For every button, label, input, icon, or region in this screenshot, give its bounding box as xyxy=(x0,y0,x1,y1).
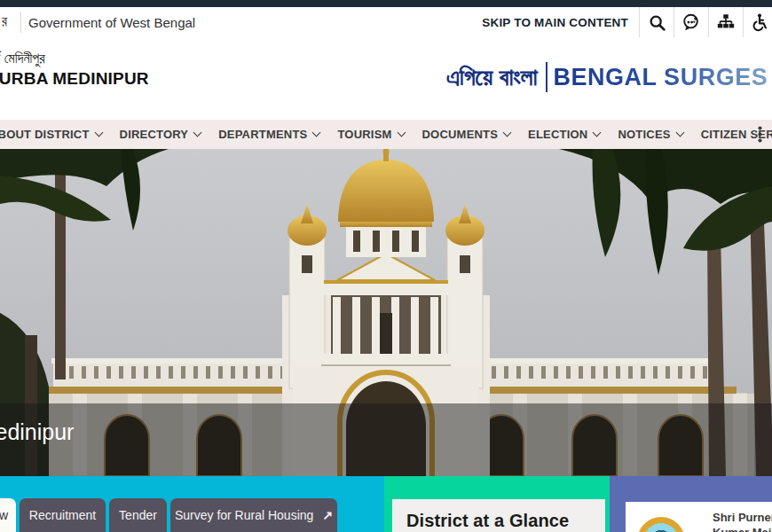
accessibility-icon xyxy=(750,12,769,32)
tab-whats-new[interactable]: What's New xyxy=(0,498,16,532)
bottom-row: What's New Recruitment Tender Survey for… xyxy=(0,476,772,532)
top-strip xyxy=(0,0,772,7)
more-menu-button[interactable] xyxy=(749,120,770,149)
nav-label: DOCUMENTS xyxy=(422,128,499,141)
slogan-divider xyxy=(546,62,547,92)
nav-items: ABOUT DISTRICT DIRECTORY DEPARTMENTS TOU… xyxy=(0,128,772,141)
nav-label: NOTICES xyxy=(618,128,670,141)
slogan-bengali: এগিয়ে বাংলা xyxy=(446,64,538,91)
tab-survey-rural-housing[interactable]: Survey for Rural Housing ↗ xyxy=(170,498,337,532)
state-emblem-text-fragment: র xyxy=(2,13,7,29)
district-glance-title: District at a Glance xyxy=(406,511,605,531)
sitemap-icon xyxy=(716,12,736,32)
utility-bar: র Government of West Bengal SKIP TO MAIN… xyxy=(0,7,772,38)
government-label: Government of West Bengal xyxy=(28,15,195,30)
tab-label: What's New xyxy=(0,508,8,522)
hero-overlay xyxy=(0,403,772,476)
sitemap-button[interactable] xyxy=(708,7,743,37)
skip-to-main-content-link[interactable]: SKIP TO MAIN CONTENT xyxy=(471,7,639,37)
chevron-down-icon xyxy=(675,129,684,137)
nav-label: DEPARTMENTS xyxy=(218,128,307,141)
nav-item-documents[interactable]: DOCUMENTS xyxy=(414,128,520,141)
hero-caption: Purba Medinipur xyxy=(0,419,74,445)
tab-label: Survey for Rural Housing xyxy=(175,508,313,522)
main-navigation: ABOUT DISTRICT DIRECTORY DEPARTMENTS TOU… xyxy=(0,120,772,149)
hero-banner: Purba Medinipur xyxy=(0,149,772,476)
nav-label: DIRECTORY xyxy=(120,128,189,141)
district-glance-card: District at a Glance xyxy=(392,499,605,532)
officer-card[interactable]: Shri Purnendu Kumar Maji xyxy=(626,502,772,532)
chevron-down-icon xyxy=(312,129,321,137)
chevron-down-icon xyxy=(397,129,406,137)
tab-tender[interactable]: Tender xyxy=(109,498,167,532)
chevron-down-icon xyxy=(503,129,512,137)
district-name-english: PURBA MEDINIPUR xyxy=(0,68,149,90)
external-link-icon: ↗ xyxy=(322,508,333,522)
nav-item-notices[interactable]: NOTICES xyxy=(609,128,691,141)
search-icon xyxy=(648,13,666,32)
chevron-down-icon xyxy=(193,129,202,137)
officer-avatar xyxy=(637,517,685,532)
officer-name: Shri Purnendu Kumar Maji xyxy=(713,511,772,532)
district-glance-panel: District at a Glance xyxy=(384,476,610,532)
social-media-icon xyxy=(681,12,701,32)
nav-label: ELECTION xyxy=(528,128,587,141)
whats-new-panel: What's New Recruitment Tender Survey for… xyxy=(0,476,384,532)
nav-item-tourism[interactable]: TOURISM xyxy=(328,128,413,141)
nav-label: ABOUT DISTRICT xyxy=(0,128,90,141)
kebab-menu-icon xyxy=(758,126,762,143)
page: র Government of West Bengal SKIP TO MAIN… xyxy=(0,0,772,532)
search-button[interactable] xyxy=(639,7,674,37)
slogan-english: BENGAL SURGES AHEAD xyxy=(554,64,772,91)
chevron-down-icon xyxy=(94,129,103,137)
nav-item-about-district[interactable]: ABOUT DISTRICT xyxy=(0,128,111,141)
officer-panel: Shri Purnendu Kumar Maji xyxy=(610,476,772,532)
bengal-surges-ahead-logo: এগিয়ে বাংলা BENGAL SURGES AHEAD xyxy=(446,62,772,92)
chevron-down-icon xyxy=(593,129,602,137)
tab-recruitment[interactable]: Recruitment xyxy=(20,498,106,532)
site-header: পূর্ব মেদিনীপুর PURBA MEDINIPUR এগিয়ে ব… xyxy=(0,37,772,120)
district-logo[interactable]: পূর্ব মেদিনীপুর PURBA MEDINIPUR xyxy=(0,49,149,90)
divider xyxy=(20,12,21,33)
social-media-button[interactable] xyxy=(674,7,708,37)
district-name-bengali: পূর্ব মেদিনীপুর xyxy=(0,49,149,68)
nav-item-directory[interactable]: DIRECTORY xyxy=(111,128,210,141)
nav-label: TOURISM xyxy=(337,128,391,141)
utility-actions: SKIP TO MAIN CONTENT xyxy=(471,7,772,37)
accessibility-button[interactable] xyxy=(743,7,772,37)
nav-item-departments[interactable]: DEPARTMENTS xyxy=(209,128,328,141)
nav-item-election[interactable]: ELECTION xyxy=(519,128,609,141)
